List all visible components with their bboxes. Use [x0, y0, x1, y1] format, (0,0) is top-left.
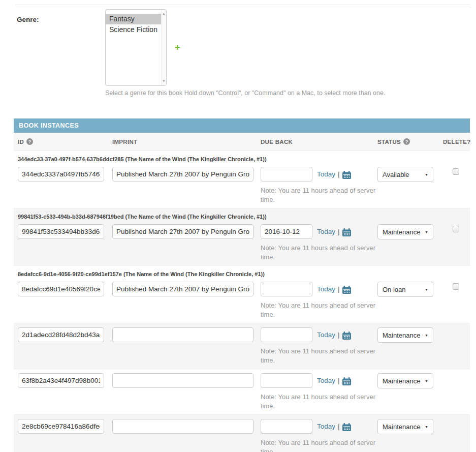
timezone-note: Note: You are 11 hours ahead of server t…: [261, 186, 377, 204]
imprint-input[interactable]: [112, 167, 253, 182]
delete-checkbox[interactable]: [453, 226, 459, 232]
separator: |: [338, 377, 340, 384]
imprint-input[interactable]: [112, 282, 253, 296]
delete-checkbox[interactable]: [453, 168, 459, 175]
book-instance-row: 344edc33-37a0-497f-b574-637b6ddcf285 (Th…: [14, 151, 470, 208]
imprint-input[interactable]: [112, 419, 253, 434]
column-header-imprint: IMPRINT: [112, 138, 261, 145]
genre-select[interactable]: Fantasy Science Fiction ▲ ▼: [105, 9, 167, 86]
calendar-icon[interactable]: [342, 423, 351, 431]
book-instances-module: BOOK INSTANCES ID ? IMPRINT DUE BACK STA…: [14, 118, 470, 452]
add-genre-icon[interactable]: +: [175, 43, 180, 52]
book-instance-row: Today |: [14, 323, 470, 369]
status-value: Maintenance: [383, 228, 425, 236]
status-value: Maintenance: [383, 423, 425, 431]
dropdown-arrow-icon: ▼: [425, 379, 428, 383]
today-link[interactable]: Today: [317, 170, 335, 178]
imprint-input[interactable]: [112, 327, 253, 342]
instance-caption: 8edafcc6-9d1e-4056-9f20-ce99d1ef157e (Th…: [18, 270, 466, 282]
due-back-input[interactable]: [261, 327, 312, 342]
delete-checkbox[interactable]: [453, 283, 459, 290]
due-back-input[interactable]: [261, 282, 312, 296]
status-value: Maintenance: [383, 332, 425, 339]
dropdown-arrow-icon: ▼: [425, 230, 428, 234]
book-instance-row: 8edafcc6-9d1e-4056-9f20-ce99d1ef157e (Th…: [14, 265, 470, 323]
today-link[interactable]: Today: [317, 228, 335, 235]
scroll-down-icon[interactable]: ▼: [162, 79, 166, 83]
status-select[interactable]: Available ▼: [377, 167, 433, 182]
timezone-note: Note: You are 11 hours ahead of server t…: [261, 244, 377, 261]
genre-label: Genre:: [15, 9, 105, 23]
book-instance-row: 99841f53-c533-494b-b33d-687946f19bed (Th…: [14, 208, 470, 265]
timezone-note: Note: You are 11 hours ahead of server t…: [261, 438, 377, 452]
genre-option-fantasy[interactable]: Fantasy: [106, 14, 161, 24]
due-back-input[interactable]: [261, 167, 312, 182]
column-header-id: ID ?: [18, 138, 112, 145]
column-header-row: ID ? IMPRINT DUE BACK STATUS ? DELETE?: [14, 133, 470, 151]
status-value: Available: [383, 171, 425, 178]
column-header-status: STATUS ?: [377, 138, 443, 145]
instance-rows: 344edc33-37a0-497f-b574-637b6ddcf285 (Th…: [14, 151, 470, 452]
book-instance-row: Today |: [14, 414, 470, 452]
genre-form-row: Genre: Fantasy Science Fiction ▲ ▼ + Sel…: [15, 5, 470, 97]
today-link[interactable]: Today: [317, 423, 335, 430]
module-title: BOOK INSTANCES: [14, 118, 470, 133]
status-value: Maintenance: [383, 377, 425, 385]
timezone-note: Note: You are 11 hours ahead of server t…: [261, 393, 377, 410]
status-help-icon[interactable]: ?: [403, 138, 410, 145]
today-link[interactable]: Today: [317, 377, 335, 384]
id-input[interactable]: [18, 327, 104, 342]
id-input[interactable]: [18, 282, 104, 296]
status-select[interactable]: Maintenance ▼: [377, 419, 433, 434]
calendar-icon[interactable]: [342, 171, 351, 179]
id-input[interactable]: [18, 167, 104, 182]
calendar-icon[interactable]: [342, 228, 351, 236]
due-back-input[interactable]: [261, 224, 312, 239]
due-back-input[interactable]: [261, 419, 312, 434]
status-select[interactable]: On loan ▼: [377, 282, 433, 297]
separator: |: [338, 228, 340, 235]
column-header-due-back: DUE BACK: [261, 138, 377, 145]
today-link[interactable]: Today: [317, 331, 335, 339]
due-back-input[interactable]: [261, 373, 312, 388]
id-input[interactable]: [18, 373, 104, 388]
separator: |: [338, 285, 340, 293]
status-select[interactable]: Maintenance ▼: [377, 373, 433, 388]
dropdown-arrow-icon: ▼: [425, 334, 428, 337]
dropdown-arrow-icon: ▼: [425, 425, 428, 429]
dropdown-arrow-icon: ▼: [425, 173, 428, 176]
separator: |: [338, 170, 340, 178]
instance-caption: 344edc33-37a0-497f-b574-637b6ddcf285 (Th…: [18, 155, 466, 167]
status-select[interactable]: Maintenance ▼: [377, 327, 433, 343]
id-help-icon[interactable]: ?: [26, 138, 33, 145]
instance-caption: 99841f53-c533-494b-b33d-687946f19bed (Th…: [18, 213, 466, 224]
timezone-note: Note: You are 11 hours ahead of server t…: [261, 347, 377, 365]
timezone-note: Note: You are 11 hours ahead of server t…: [261, 301, 377, 319]
book-instance-row: Today |: [14, 369, 470, 414]
calendar-icon[interactable]: [342, 286, 351, 294]
listbox-scrollbar[interactable]: ▲ ▼: [161, 10, 166, 85]
separator: |: [338, 331, 340, 339]
calendar-icon[interactable]: [342, 332, 351, 340]
book-edit-form: Genre: Fantasy Science Fiction ▲ ▼ + Sel…: [0, 5, 476, 452]
id-input[interactable]: [18, 224, 104, 239]
separator: |: [338, 423, 340, 430]
scroll-up-icon[interactable]: ▲: [162, 12, 166, 16]
status-value: On loan: [383, 286, 425, 293]
status-select[interactable]: Maintenance ▼: [377, 224, 433, 239]
id-input[interactable]: [18, 419, 104, 434]
dropdown-arrow-icon: ▼: [425, 288, 428, 291]
today-link[interactable]: Today: [317, 285, 335, 293]
calendar-icon[interactable]: [342, 377, 351, 385]
genre-help-text: Select a genre for this book Hold down "…: [105, 86, 470, 97]
imprint-input[interactable]: [112, 373, 253, 388]
column-header-delete: DELETE?: [443, 138, 471, 145]
genre-option-science-fiction[interactable]: Science Fiction: [106, 24, 161, 35]
imprint-input[interactable]: [112, 224, 253, 239]
